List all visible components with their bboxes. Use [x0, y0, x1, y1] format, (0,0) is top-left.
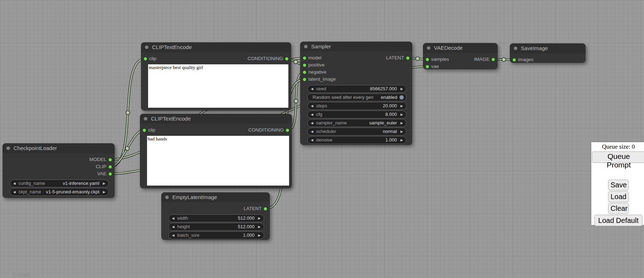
decrement-arrow-icon[interactable]: ◀ [172, 232, 174, 239]
link-midpoint-dot[interactable] [416, 57, 420, 61]
decrement-arrow-icon[interactable]: ◀ [311, 85, 313, 92]
collapse-dot-icon[interactable] [427, 46, 430, 50]
increment-arrow-icon[interactable]: ▶ [400, 111, 403, 118]
node-title-bar[interactable]: Sampler [300, 42, 412, 52]
widget-value: 512.000 [238, 215, 255, 222]
decrement-arrow-icon[interactable]: ◀ [172, 215, 174, 222]
node-CLIPTextEncode[interactable]: CLIPTextEncode clip CONDITIONING masterp… [141, 42, 291, 111]
increment-arrow-icon[interactable]: ▶ [400, 119, 403, 127]
number-widget-steps[interactable]: ◀ steps 20.000 ▶ [307, 102, 407, 110]
input-connector-icon[interactable] [303, 57, 306, 60]
input-connector-icon[interactable] [143, 129, 146, 132]
node-title: VAEDecode [434, 43, 463, 53]
decrement-arrow-icon[interactable]: ◀ [13, 188, 16, 196]
decrement-arrow-icon[interactable]: ◀ [311, 119, 313, 127]
collapse-dot-icon[interactable] [165, 196, 169, 199]
collapse-dot-icon[interactable] [304, 45, 308, 48]
widget-value: 1.000 [385, 137, 397, 144]
decrement-arrow-icon[interactable]: ◀ [311, 137, 313, 144]
widget-label: sampler_name [316, 119, 347, 127]
output-connector-icon[interactable] [109, 172, 112, 176]
clear-button[interactable]: Clear [608, 203, 629, 214]
node-title-bar[interactable]: EmptyLatentImage [161, 192, 270, 202]
node-title-bar[interactable]: CLIPTextEncode [141, 42, 291, 52]
input-connector-icon[interactable] [303, 78, 306, 81]
link-midpoint-dot[interactable] [294, 99, 298, 103]
node-title-bar[interactable]: VAEDecode [423, 43, 498, 53]
output-slot-CLIP: CLIP [96, 163, 115, 170]
queue-prompt-button[interactable]: Queue Prompt [592, 151, 644, 163]
prompt-textarea[interactable]: bad hands [147, 136, 289, 186]
decrement-arrow-icon[interactable]: ◀ [13, 180, 16, 187]
input-connector-icon[interactable] [426, 58, 429, 61]
number-widget-cfg[interactable]: ◀ cfg 8.000 ▶ [307, 111, 407, 118]
increment-arrow-icon[interactable]: ▶ [400, 102, 403, 109]
increment-arrow-icon[interactable]: ▶ [258, 232, 261, 239]
node-EmptyLatentImage[interactable]: EmptyLatentImage LATENT ◀ width 512.000 … [161, 192, 270, 240]
widget-label: seed [316, 85, 326, 92]
number-widget-batch_size[interactable]: ◀ batch_size 1.000 ▶ [168, 231, 264, 239]
collapse-dot-icon[interactable] [145, 46, 148, 49]
input-connector-icon[interactable] [426, 65, 429, 68]
number-widget-height[interactable]: ◀ height 512.000 ▶ [168, 223, 264, 231]
output-connector-icon[interactable] [264, 207, 267, 210]
number-widget-denoise[interactable]: ◀ denoise 1.000 ▶ [307, 136, 407, 144]
output-label: LATENT [386, 55, 404, 60]
output-connector-icon[interactable] [286, 129, 289, 132]
increment-arrow-icon[interactable]: ▶ [103, 180, 105, 187]
output-connector-icon[interactable] [109, 158, 112, 161]
load-default-button[interactable]: Load Default [594, 215, 643, 226]
number-widget-config_name[interactable]: ◀ config_name v1-inference.yaml ▶ [10, 180, 109, 187]
link-midpoint-dot[interactable] [126, 111, 130, 115]
decrement-arrow-icon[interactable]: ◀ [311, 128, 313, 135]
link-midpoint-dot[interactable] [294, 60, 298, 64]
input-connector-icon[interactable] [513, 58, 516, 62]
number-widget-sampler_name[interactable]: ◀ sampler_name sample_euler ▶ [307, 119, 407, 127]
number-widget-seed[interactable]: ◀ seed 8566257.000 ▶ [307, 85, 407, 93]
collapse-dot-icon[interactable] [6, 146, 10, 150]
decrement-arrow-icon[interactable]: ◀ [311, 102, 313, 109]
link-midpoint-dot[interactable] [502, 58, 506, 62]
widget-label: height [177, 223, 190, 230]
load-button[interactable]: Load [608, 191, 629, 202]
node-Sampler[interactable]: Sampler model positive negative latent_i… [300, 42, 412, 145]
output-connector-icon[interactable] [492, 58, 495, 61]
increment-arrow-icon[interactable]: ▶ [258, 215, 261, 222]
output-connector-icon[interactable] [285, 57, 288, 60]
output-slot-CONDITIONING: CONDITIONING [248, 127, 292, 134]
output-label: CONDITIONING [248, 127, 284, 133]
node-title-bar[interactable]: SaveImage [510, 43, 586, 53]
increment-arrow-icon[interactable]: ▶ [400, 137, 403, 144]
input-label: latent_image [308, 76, 336, 82]
number-widget-width[interactable]: ◀ width 512.000 ▶ [168, 214, 264, 222]
number-widget-scheduler[interactable]: ◀ scheduler normal ▶ [307, 128, 407, 135]
input-connector-icon[interactable] [303, 71, 306, 74]
node-VAEDecode[interactable]: VAEDecode samples vae IMAGE [423, 43, 498, 69]
decrement-arrow-icon[interactable]: ◀ [172, 223, 174, 230]
save-button[interactable]: Save [608, 180, 629, 191]
comfyui-canvas[interactable]: { "canvas": { "status_text": "T: 0.00s" … [0, 0, 644, 278]
number-widget-ckpt_name[interactable]: ◀ ckpt_name v1-5-pruned-emaonly.ckpt ▶ [10, 188, 109, 196]
output-connector-icon[interactable] [109, 165, 112, 169]
collapse-dot-icon[interactable] [514, 47, 517, 50]
node-title-bar[interactable]: CheckpointLoader [2, 143, 115, 153]
output-label: CONDITIONING [247, 56, 283, 61]
increment-arrow-icon[interactable]: ▶ [400, 85, 403, 92]
toggle-widget-Random seed after every gen[interactable]: Random seed after every gen enabled [307, 93, 407, 101]
collapse-dot-icon[interactable] [144, 117, 147, 121]
node-CLIPTextEncode[interactable]: CLIPTextEncode clip CONDITIONING bad han… [140, 114, 292, 188]
input-slot-model: model [300, 54, 321, 62]
increment-arrow-icon[interactable]: ▶ [258, 223, 261, 230]
prompt-textarea[interactable]: masterpiece best quality girl [148, 64, 288, 108]
node-CheckpointLoader[interactable]: CheckpointLoader MODEL CLIP VAE ◀ config… [2, 143, 115, 198]
increment-arrow-icon[interactable]: ▶ [103, 188, 105, 196]
output-connector-icon[interactable] [406, 57, 409, 60]
node-SaveImage[interactable]: SaveImage images [510, 43, 586, 63]
node-title-bar[interactable]: CLIPTextEncode [140, 114, 292, 124]
increment-arrow-icon[interactable]: ▶ [400, 128, 403, 135]
input-connector-icon[interactable] [303, 64, 306, 67]
toggle-dot-icon[interactable] [399, 95, 404, 100]
link-midpoint-dot[interactable] [125, 146, 129, 150]
input-connector-icon[interactable] [144, 57, 147, 60]
decrement-arrow-icon[interactable]: ◀ [311, 111, 313, 118]
